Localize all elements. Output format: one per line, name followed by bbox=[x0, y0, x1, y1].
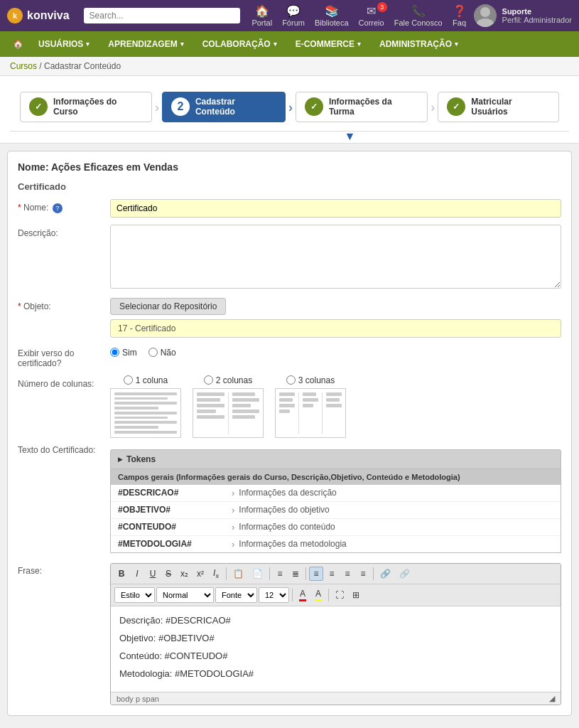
col-3-option[interactable]: 3 colunas bbox=[275, 375, 346, 438]
editor-style-select[interactable]: Estilo bbox=[114, 587, 155, 603]
col-1-label[interactable]: 1 coluna bbox=[124, 375, 168, 385]
exibir-control: Sim Não bbox=[110, 345, 561, 358]
radio-sim-label[interactable]: Sim bbox=[110, 348, 137, 358]
forum-icon-btn[interactable]: 💬 Fórum bbox=[282, 4, 305, 27]
step-4[interactable]: ✓ Matricular Usuários bbox=[438, 92, 559, 122]
editor-btn-strikethrough[interactable]: S bbox=[161, 567, 175, 581]
search-input[interactable] bbox=[84, 8, 240, 23]
editor-btn-list-ul[interactable]: ≣ bbox=[288, 567, 303, 581]
tokens-section: ▸ Tokens Campos gerais (Informações gera… bbox=[110, 449, 561, 553]
nav-aprendizagem[interactable]: APRENDIZAGEM ▾ bbox=[99, 31, 192, 57]
editor-btn-pasteplain[interactable]: 📄 bbox=[249, 567, 266, 581]
token-objetivo-name: #OBJETIVO# bbox=[118, 505, 232, 515]
editor-btn-superscript[interactable]: x² bbox=[193, 567, 207, 581]
editor-line-1: Descrição: #DESCRICAO# bbox=[119, 614, 552, 628]
editor-btn-paste[interactable]: 📋 bbox=[229, 567, 247, 581]
editor-btn-list-ol[interactable]: ≡ bbox=[273, 567, 287, 581]
editor-content[interactable]: Descrição: #DESCRICAO# Objetivo: #OBJETI… bbox=[111, 606, 561, 692]
nav-colaboracao-label: COLABORAÇÃO bbox=[202, 39, 271, 49]
descricao-textarea[interactable] bbox=[110, 225, 561, 289]
editor-btn-fontcolor[interactable]: A bbox=[296, 587, 310, 604]
nav-aprendizagem-label: APRENDIZAGEM bbox=[108, 39, 177, 49]
editor-btn-fullscreen[interactable]: ⛶ bbox=[332, 588, 347, 602]
editor-line-2: Objetivo: #OBJETIVO# bbox=[119, 631, 552, 646]
portal-icon-btn[interactable]: 🏠 Portal bbox=[251, 4, 272, 27]
nav-colaboracao[interactable]: COLABORAÇÃO ▾ bbox=[194, 31, 286, 57]
colunas-control: 1 coluna 2 colunas bbox=[110, 375, 561, 438]
editor-font-select[interactable]: Fonte bbox=[215, 587, 257, 603]
step-3[interactable]: ✓ Informações da Turma bbox=[296, 92, 428, 122]
breadcrumb-cursos[interactable]: Cursos bbox=[10, 61, 37, 71]
editor-resize-handle[interactable]: ◢ bbox=[549, 694, 555, 703]
texto-control: ▸ Tokens Campos gerais (Informações gera… bbox=[110, 445, 561, 553]
step-1[interactable]: ✓ Informações do Curso bbox=[20, 92, 152, 122]
nav-administracao[interactable]: ADMINISTRAÇÃO ▾ bbox=[371, 31, 467, 57]
nome-required: * bbox=[18, 203, 23, 213]
token-conteudo-arrow: › bbox=[232, 522, 234, 532]
col-1-option[interactable]: 1 coluna bbox=[110, 375, 181, 438]
faq-icon: ❓ bbox=[453, 4, 467, 18]
biblioteca-icon-btn[interactable]: 📚 Biblioteca bbox=[315, 4, 349, 27]
editor-btn-align-right[interactable]: ≡ bbox=[340, 567, 355, 581]
tokens-header-label: Tokens bbox=[126, 454, 156, 464]
col-2-radio[interactable] bbox=[204, 375, 213, 385]
radio-sim[interactable] bbox=[110, 348, 119, 357]
editor-format-select[interactable]: Normal Heading 1 bbox=[156, 587, 214, 603]
nav-usuarios-label: USUÁRIOS bbox=[38, 39, 83, 49]
radio-nao-label[interactable]: Não bbox=[148, 348, 176, 358]
col-3-text: 3 colunas bbox=[298, 375, 335, 385]
logo[interactable]: k konviva bbox=[7, 8, 70, 23]
step-1-label: Informações do Curso bbox=[53, 97, 143, 117]
col-3-radio[interactable] bbox=[286, 375, 296, 385]
correio-badge: 3 bbox=[377, 2, 387, 12]
editor-btn-bgcolor[interactable]: A bbox=[311, 587, 325, 604]
col-1-preview bbox=[110, 388, 181, 438]
col-2-option[interactable]: 2 colunas bbox=[193, 375, 264, 438]
nav-ecommerce[interactable]: E-COMMERCE ▾ bbox=[287, 31, 369, 57]
main-content: Nome: Ações Eficazes em Vendas Certifica… bbox=[7, 151, 572, 716]
descricao-label: Descrição: bbox=[18, 225, 110, 238]
nav-home[interactable]: 🏠 bbox=[7, 31, 28, 57]
token-row-objetivo: #OBJETIVO# › Informações do objetivo bbox=[111, 502, 561, 519]
course-name-label: Nome: bbox=[18, 161, 51, 173]
editor-btn-underline[interactable]: U bbox=[146, 567, 160, 581]
editor-btn-italic[interactable]: I bbox=[130, 567, 144, 581]
token-conteudo-desc: Informações do conteúdo bbox=[239, 522, 335, 532]
correio-icon-btn[interactable]: ✉ 3 Correio bbox=[359, 4, 384, 27]
editor-btn-unlink[interactable]: 🔗 bbox=[396, 567, 413, 581]
editor-btn-align-center[interactable]: ≡ bbox=[325, 567, 339, 581]
select-repo-button[interactable]: Selecionar do Repositório bbox=[110, 298, 226, 315]
token-metodologia-name: #METODOLOGIA# bbox=[118, 539, 232, 549]
step-2[interactable]: 2 Cadastrar Conteúdo bbox=[162, 92, 286, 122]
token-descricao-desc: Informações da descrição bbox=[239, 488, 336, 498]
nav-administracao-label: ADMINISTRAÇÃO bbox=[379, 39, 452, 49]
fale-conosco-icon-btn[interactable]: 📞 Fale Conosco bbox=[394, 4, 443, 27]
faq-icon-btn[interactable]: ❓ Faq bbox=[453, 4, 467, 27]
editor-btn-subscript[interactable]: x₂ bbox=[177, 567, 192, 581]
nome-row: * Nome: ? bbox=[18, 199, 561, 218]
editor-btn-align-left[interactable]: ≡ bbox=[309, 567, 323, 581]
nav-usuarios[interactable]: USUÁRIOS ▾ bbox=[30, 31, 98, 57]
col-3-label[interactable]: 3 colunas bbox=[286, 375, 335, 385]
exibir-label: Exibir verso do certificado? bbox=[18, 345, 110, 368]
editor-btn-link[interactable]: 🔗 bbox=[377, 567, 394, 581]
step-arrow-2: › bbox=[288, 99, 293, 115]
editor-btn-bold[interactable]: B bbox=[114, 567, 129, 581]
user-info[interactable]: Suporte Perfil: Administrador bbox=[474, 4, 572, 27]
nome-input[interactable] bbox=[110, 199, 561, 218]
editor-btn-removeformat[interactable]: Ix bbox=[209, 566, 223, 582]
radio-nao[interactable] bbox=[148, 348, 158, 357]
descricao-row: Descrição: bbox=[18, 225, 561, 291]
token-descricao-name: #DESCRICAO# bbox=[118, 488, 232, 498]
col-1-radio[interactable] bbox=[124, 375, 133, 385]
editor-btn-align-justify[interactable]: ≡ bbox=[356, 567, 370, 581]
editor-size-select[interactable]: 12 10 14 bbox=[259, 587, 289, 603]
nome-help-icon[interactable]: ? bbox=[53, 203, 63, 213]
user-name: Suporte bbox=[502, 7, 572, 16]
editor-btn-source[interactable]: ⊞ bbox=[349, 588, 363, 602]
col-2-label[interactable]: 2 colunas bbox=[204, 375, 252, 385]
step-4-label: Matricular Usuários bbox=[471, 97, 550, 117]
nav-usuarios-chevron: ▾ bbox=[86, 41, 90, 48]
toolbar-sep-5 bbox=[292, 589, 293, 601]
tokens-header[interactable]: ▸ Tokens bbox=[110, 449, 561, 469]
